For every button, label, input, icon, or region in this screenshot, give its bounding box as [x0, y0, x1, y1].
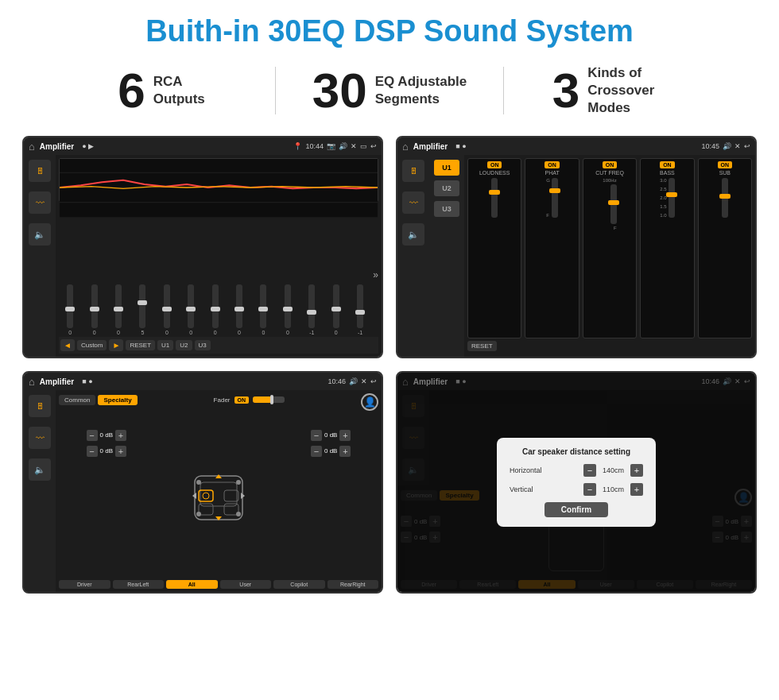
eq-back-icon[interactable]: ↩ [370, 142, 377, 150]
page-title: Buith-in 30EQ DSP Sound System [0, 0, 779, 56]
fader-on-badge[interactable]: ON [234, 396, 250, 404]
db-plus-bl[interactable]: + [115, 446, 126, 457]
eq-slider-8: 0 [228, 284, 250, 335]
eq-reset-btn[interactable]: RESET [126, 340, 155, 350]
stats-row: 6 RCA Outputs 30 EQ Adjustable Segments … [0, 56, 779, 125]
eq-graph [59, 158, 378, 202]
eq-u3-btn[interactable]: U3 [195, 340, 211, 350]
eq-next-btn[interactable]: ► [109, 339, 123, 351]
eq-custom-btn[interactable]: Custom [77, 340, 107, 350]
btn-rearright[interactable]: RearRight [327, 580, 379, 589]
eq-main: 25 32 40 50 63 80 100 125 160 200 250 32… [56, 155, 382, 357]
vertical-plus[interactable]: + [630, 483, 643, 496]
bass-slider[interactable] [669, 178, 675, 218]
home-icon[interactable]: ⌂ [29, 141, 35, 153]
amp-back-icon[interactable]: ↩ [744, 142, 750, 150]
eq-close-icon: ✕ [351, 142, 357, 150]
db-plus-tr[interactable]: + [339, 430, 351, 441]
db-plus-tl[interactable]: + [115, 430, 126, 441]
tab-specialty[interactable]: Specialty [98, 395, 137, 405]
stat-eq-number: 30 [312, 66, 367, 115]
eq-u2-btn[interactable]: U2 [176, 340, 192, 350]
stat-crossover: 3 Kinds of Crossover Modes [504, 64, 731, 117]
horizontal-minus[interactable]: − [583, 464, 596, 477]
cutfreq-control: ON CUT FREQ 100Hz F [583, 158, 637, 338]
db-minus-tl[interactable]: − [87, 430, 98, 441]
eq-slider-track-1[interactable] [67, 284, 73, 328]
loudness-on-badge[interactable]: ON [487, 161, 502, 168]
speaker-home-icon[interactable]: ⌂ [29, 376, 35, 388]
sub-on-badge[interactable]: ON [718, 161, 733, 168]
db-val-br: 0 dB [324, 447, 337, 454]
eq-dots: ● ▶ [82, 142, 94, 150]
loudness-control: ON LOUDNESS [467, 158, 521, 338]
loudness-label: LOUDNESS [479, 170, 510, 176]
svg-point-13 [196, 512, 201, 516]
svg-point-12 [236, 480, 241, 485]
phat-label: PHAT [545, 170, 560, 176]
sub-slider[interactable] [722, 178, 728, 218]
svg-rect-5 [200, 482, 237, 506]
btn-all[interactable]: All [166, 580, 218, 589]
db-minus-tr[interactable]: − [311, 430, 322, 441]
btn-user[interactable]: User [220, 580, 272, 589]
eq-slider-7: 0 [203, 284, 226, 335]
bass-control: ON BASS 3.0 2.5 2.0 1.5 1.0 [640, 158, 694, 338]
btn-rearleft[interactable]: RearLeft [113, 580, 165, 589]
cutfreq-on-badge[interactable]: ON [603, 161, 618, 168]
person-icon[interactable]: 👤 [361, 393, 378, 411]
amp-vol-btn[interactable]: 🔈 [402, 223, 424, 246]
eq-window-icon: ▭ [360, 142, 367, 150]
left-db-controls: − 0 dB + − 0 dB + [59, 430, 126, 457]
btn-driver[interactable]: Driver [59, 580, 110, 589]
horizontal-plus[interactable]: + [630, 464, 643, 477]
eq-u1-btn[interactable]: U1 [157, 340, 173, 350]
amp-reset-btn[interactable]: RESET [467, 341, 497, 351]
eq-val-1: 0 [68, 330, 72, 335]
amp-u3-btn[interactable]: U3 [434, 201, 459, 217]
dialog-screen: ⌂ Amplifier ■ ● 10:46 🔊 ✕ ↩ 🎚 〰 🔈 [396, 371, 757, 594]
db-control-bl: − 0 dB + [87, 446, 126, 457]
tab-common[interactable]: Common [59, 395, 95, 405]
speaker-vol-icon: 🔊 [349, 377, 358, 385]
eq-sliders-row: 0 0 0 5 [59, 213, 378, 337]
vertical-minus[interactable]: − [583, 483, 596, 496]
phat-slider[interactable] [552, 178, 558, 218]
amp-wave-icon[interactable]: 〰 [402, 191, 424, 214]
speaker-sliders-icon[interactable]: 🎚 [29, 395, 51, 417]
stat-rca: 6 RCA Outputs [48, 66, 275, 115]
confirm-button[interactable]: Confirm [545, 502, 608, 517]
more-icon[interactable]: » [373, 269, 378, 280]
speaker-close-icon: ✕ [361, 377, 367, 385]
db-control-tr: − 0 dB + [311, 430, 351, 441]
eq-slider-13: -1 [349, 284, 371, 335]
eq-prev-btn[interactable]: ◄ [60, 339, 75, 351]
eq-slider-12: 0 [324, 284, 347, 335]
speaker-vol-btn[interactable]: 🔈 [29, 458, 51, 481]
amp-home-icon[interactable]: ⌂ [402, 141, 409, 153]
speaker-wave-icon[interactable]: 〰 [29, 427, 51, 449]
eq-slider-6: 0 [180, 284, 202, 335]
bass-on-badge[interactable]: ON [660, 161, 675, 168]
cutfreq-slider[interactable] [610, 184, 617, 224]
horizontal-label: Horizontal [510, 466, 542, 474]
bass-label: BASS [660, 170, 675, 176]
db-plus-br[interactable]: + [339, 446, 351, 457]
eq-speaker-icon[interactable]: 🔈 [29, 223, 51, 246]
btn-copilot[interactable]: Copilot [273, 580, 325, 589]
eq-wave-icon[interactable]: 〰 [29, 191, 51, 214]
phat-on-badge[interactable]: ON [545, 161, 560, 168]
db-minus-br[interactable]: − [311, 446, 322, 457]
eq-sliders-icon[interactable]: 🎚 [29, 160, 51, 182]
speaker-screen-ui: ⌂ Amplifier ■ ● 10:46 🔊 ✕ ↩ 🎚 〰 🔈 [24, 373, 382, 592]
horizontal-stepper: − 140cm + [583, 464, 643, 477]
speaker-back-icon[interactable]: ↩ [370, 377, 377, 385]
amp-sliders-icon[interactable]: 🎚 [402, 160, 424, 182]
amp-u1-btn[interactable]: U1 [434, 160, 459, 176]
loudness-slider[interactable] [491, 178, 498, 218]
distance-dialog: Car speaker distance setting Horizontal … [497, 438, 656, 527]
amp-screen-ui: ⌂ Amplifier ■ ● 10:45 🔊 ✕ ↩ 🎚 〰 🔈 [397, 137, 755, 357]
fader-slider[interactable] [253, 396, 285, 403]
amp-u2-btn[interactable]: U2 [434, 180, 459, 196]
db-minus-bl[interactable]: − [87, 446, 98, 457]
